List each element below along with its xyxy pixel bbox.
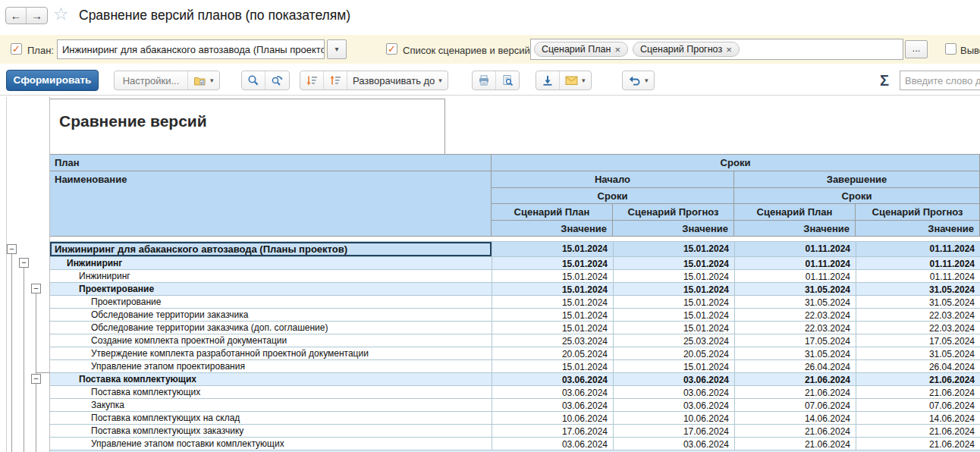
scenario-tags-field[interactable]: Сценарий План × Сценарий Прогноз ×: [530, 39, 903, 60]
row-name-cell[interactable]: Инжиниринг: [50, 270, 492, 282]
row-date-cell[interactable]: 15.01.2024: [492, 270, 613, 282]
row-date-cell[interactable]: 07.06.2024: [734, 399, 856, 411]
row-name-cell[interactable]: Управление этапом поставки комплектующих: [50, 438, 492, 450]
find-next-button[interactable]: [265, 71, 289, 89]
tree-collapse-button[interactable]: −: [31, 284, 41, 293]
table-row[interactable]: Управление этапом поставки комплектующих…: [50, 438, 980, 450]
sort-ascending-button[interactable]: [324, 71, 347, 89]
scenario-tag[interactable]: Сценарий План ×: [534, 42, 628, 57]
row-date-cell[interactable]: 10.06.2024: [492, 412, 613, 424]
table-row[interactable]: Поставка комплектующих 03.06.2024 03.06.…: [50, 373, 980, 386]
row-date-cell[interactable]: 17.05.2024: [856, 334, 980, 347]
row-date-cell[interactable]: 15.01.2024: [613, 296, 734, 308]
plan-select-dropdown-button[interactable]: ▾: [327, 39, 347, 59]
row-date-cell[interactable]: 17.06.2024: [492, 425, 613, 437]
table-row[interactable]: Инжиниринг для абаканского автозавода (П…: [50, 242, 980, 257]
row-date-cell[interactable]: 17.05.2024: [734, 334, 856, 347]
row-date-cell[interactable]: 03.06.2024: [492, 438, 613, 450]
row-date-cell[interactable]: 01.11.2024: [856, 242, 980, 256]
undo-button[interactable]: ▾: [623, 71, 654, 89]
row-date-cell[interactable]: 01.11.2024: [856, 270, 980, 282]
scenario-tag[interactable]: Сценарий Прогноз ×: [633, 42, 740, 57]
row-date-cell[interactable]: 21.06.2024: [856, 438, 980, 450]
row-date-cell[interactable]: 25.03.2024: [613, 334, 734, 347]
row-date-cell[interactable]: 15.01.2024: [613, 322, 734, 334]
tree-collapse-button[interactable]: −: [7, 244, 17, 254]
row-date-cell[interactable]: 14.06.2024: [734, 412, 856, 424]
row-date-cell[interactable]: 01.11.2024: [734, 257, 856, 269]
row-date-cell[interactable]: 15.01.2024: [492, 283, 613, 295]
row-name-cell[interactable]: Управление этапом проектирования: [50, 360, 492, 372]
sum-icon[interactable]: Σ: [880, 72, 889, 89]
row-date-cell[interactable]: 15.01.2024: [492, 242, 613, 256]
table-row[interactable]: Поставка комплектующих 03.06.2024 03.06.…: [50, 386, 980, 399]
row-date-cell[interactable]: 15.01.2024: [492, 322, 613, 334]
row-date-cell[interactable]: 03.06.2024: [492, 399, 613, 411]
row-date-cell[interactable]: 03.06.2024: [492, 373, 613, 385]
row-name-cell[interactable]: Закупка: [50, 399, 492, 411]
row-date-cell[interactable]: 26.04.2024: [734, 360, 856, 372]
find-button[interactable]: [242, 71, 265, 89]
quick-search-input[interactable]: [900, 71, 980, 90]
row-date-cell[interactable]: 22.03.2024: [734, 322, 856, 334]
remove-tag-icon[interactable]: ×: [726, 44, 732, 55]
row-name-cell[interactable]: Поставка комплектующих на склад: [50, 412, 492, 424]
table-row[interactable]: Проектирование 15.01.2024 15.01.2024 31.…: [50, 296, 980, 309]
table-row[interactable]: Утверждение комплекта разработанной прое…: [50, 347, 980, 360]
row-name-cell[interactable]: Инжиниринг для абаканского автозавода (П…: [50, 242, 492, 256]
row-name-cell[interactable]: Обследование территории заказчика (доп. …: [50, 322, 492, 334]
row-date-cell[interactable]: 03.06.2024: [613, 373, 734, 385]
table-row[interactable]: Поставка комплектующих заказчику 17.06.2…: [50, 425, 980, 438]
tree-collapse-button[interactable]: −: [19, 258, 29, 268]
row-date-cell[interactable]: 25.03.2024: [492, 334, 613, 347]
table-row[interactable]: Управление этапом проектирования 15.01.2…: [50, 360, 980, 373]
generate-button[interactable]: Сформировать: [6, 70, 99, 91]
tree-collapse-button[interactable]: −: [31, 374, 41, 384]
table-row[interactable]: Обследование территории заказчика 15.01.…: [50, 309, 980, 322]
table-row[interactable]: Обследование территории заказчика (доп. …: [50, 322, 980, 334]
row-date-cell[interactable]: 14.06.2024: [856, 412, 980, 424]
print-button[interactable]: [473, 71, 496, 89]
row-date-cell[interactable]: 15.01.2024: [613, 242, 734, 256]
table-row[interactable]: Проектирование 15.01.2024 15.01.2024 31.…: [50, 283, 980, 296]
row-date-cell[interactable]: 31.05.2024: [734, 296, 856, 308]
row-date-cell[interactable]: 03.06.2024: [492, 386, 613, 398]
row-date-cell[interactable]: 15.01.2024: [492, 296, 613, 308]
row-name-cell[interactable]: Поставка комплектующих: [50, 386, 492, 398]
row-name-cell[interactable]: Поставка комплектующих заказчику: [50, 425, 492, 437]
row-date-cell[interactable]: 21.06.2024: [734, 438, 856, 450]
row-date-cell[interactable]: 15.01.2024: [492, 309, 613, 321]
settings-variant-button[interactable]: ▾: [188, 71, 219, 89]
row-date-cell[interactable]: 21.06.2024: [734, 425, 856, 437]
plan-select-field[interactable]: Инжиниринг для абаканского автозавода (П…: [57, 39, 325, 59]
table-row[interactable]: Поставка комплектующих на склад 10.06.20…: [50, 412, 980, 425]
row-date-cell[interactable]: 21.06.2024: [856, 386, 980, 398]
row-date-cell[interactable]: 21.06.2024: [734, 386, 856, 398]
row-date-cell[interactable]: 20.05.2024: [613, 347, 734, 359]
table-row[interactable]: Инжиниринг 15.01.2024 15.01.2024 01.11.2…: [50, 270, 980, 283]
row-name-cell[interactable]: Обследование территории заказчика: [50, 309, 492, 321]
row-name-cell[interactable]: Утверждение комплекта разработанной прое…: [50, 347, 492, 359]
row-date-cell[interactable]: 20.05.2024: [492, 347, 613, 359]
row-date-cell[interactable]: 22.03.2024: [856, 322, 980, 334]
row-name-cell[interactable]: Создание комплекта проектной документаци…: [50, 334, 492, 347]
row-date-cell[interactable]: 01.11.2024: [734, 270, 856, 282]
row-date-cell[interactable]: 22.03.2024: [856, 309, 980, 321]
row-date-cell[interactable]: 01.11.2024: [734, 242, 856, 256]
print-preview-button[interactable]: [496, 71, 519, 89]
row-date-cell[interactable]: 15.01.2024: [613, 283, 734, 295]
row-date-cell[interactable]: 01.11.2024: [856, 257, 980, 269]
plan-filter-checkbox[interactable]: ✓: [11, 43, 22, 55]
row-date-cell[interactable]: 15.01.2024: [613, 257, 734, 269]
back-button[interactable]: ←: [6, 8, 27, 24]
row-date-cell[interactable]: 31.05.2024: [856, 283, 980, 295]
scenario-filter-checkbox[interactable]: ✓: [386, 43, 397, 55]
row-date-cell[interactable]: 31.05.2024: [856, 296, 980, 308]
table-row[interactable]: Создание комплекта проектной документаци…: [50, 334, 980, 347]
row-date-cell[interactable]: 22.03.2024: [734, 309, 856, 321]
sort-descending-button[interactable]: [300, 71, 324, 89]
row-date-cell[interactable]: 03.06.2024: [613, 438, 734, 450]
table-row[interactable]: Инжиниринг 15.01.2024 15.01.2024 01.11.2…: [50, 257, 980, 270]
row-date-cell[interactable]: 21.06.2024: [856, 373, 980, 385]
table-row[interactable]: Закупка 03.06.2024 03.06.2024 07.06.2024…: [50, 399, 980, 412]
